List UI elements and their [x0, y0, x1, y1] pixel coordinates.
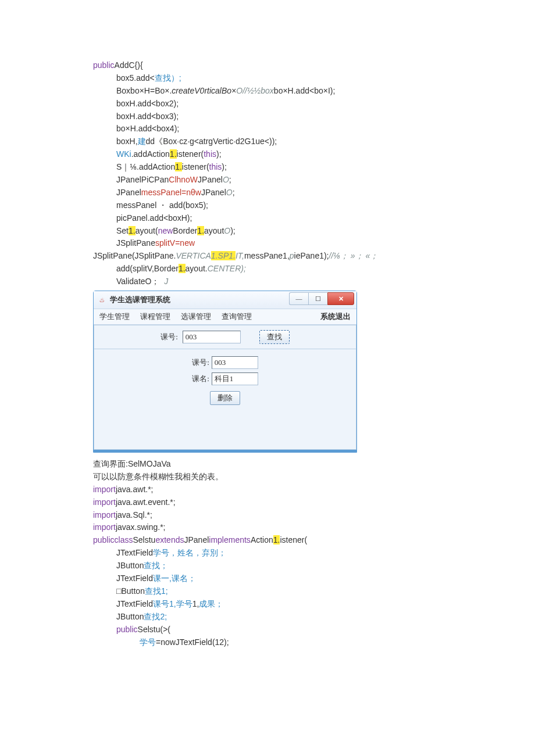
code-line: importjava.awt.*;	[93, 484, 442, 495]
code-line: JSplitPane(JSplitPane.VERTICA1.SP1.IT,me…	[93, 250, 442, 261]
code-line: importjavax.swing.*;	[93, 522, 442, 533]
menu-query[interactable]: 查询管理	[222, 311, 252, 322]
code-line: JTextField课号1,学号1,成果；	[93, 599, 442, 610]
app-window: ♨ 学生选课管理系统 — ☐ ✕ 学生管理 课程管理 选课管理 查询管理 系统退…	[93, 291, 357, 453]
menu-exit[interactable]: 系统退出	[320, 311, 351, 322]
code-line: 可以以防意条件模糊性我相关的表。	[93, 471, 442, 482]
code-line: boxH.add<box3);	[93, 111, 442, 122]
minimize-button[interactable]: —	[289, 292, 308, 305]
code-line: publicSelstu(>(	[93, 624, 442, 635]
code-line: JTextField学号，姓名，弃別；	[93, 547, 442, 558]
code-line: bo×H.add<box4);	[93, 123, 442, 134]
course-id-input[interactable]: 003	[183, 331, 241, 343]
window-titlebar[interactable]: ♨ 学生选课管理系统 — ☐ ✕	[94, 291, 356, 309]
maximize-button[interactable]: ☐	[308, 292, 327, 305]
java-icon: ♨	[97, 295, 106, 304]
code-line: JTextField课一,课名；	[93, 573, 442, 584]
code-line: Set1.ayout(newBorder1.ayoutO);	[93, 225, 442, 237]
menu-student[interactable]: 学生管理	[99, 311, 130, 322]
code-line: box5.add<查找）;	[93, 73, 442, 84]
result-course-name-label: 课名:	[192, 374, 209, 384]
close-button[interactable]: ✕	[327, 292, 354, 305]
result-panel: 课号: 003 课名: 科目1 删除	[94, 349, 356, 450]
result-course-id-label: 课号:	[192, 357, 209, 368]
code-line: publicAddC{){	[93, 60, 442, 71]
result-course-name-input[interactable]: 科目1	[212, 372, 258, 385]
code-line: boxH.add<box2);	[93, 98, 442, 109]
code-line: ValidateO； J	[93, 276, 442, 287]
code-line: importjava.awt.event.*;	[93, 497, 442, 508]
code-line: JPanelmessPanel=nθwJPanelO;	[93, 187, 442, 198]
code-line: □Button查找1;	[93, 586, 442, 597]
code-line: messPanel ・ add(box5);	[93, 200, 442, 211]
code-line: Boxbo×H=Bo×.createV0rticalBo×O//½½boxbo×…	[93, 85, 442, 96]
code-line: boxH,建dd《Box·cz·g<atrgVertic·d2G1ue<));	[93, 136, 442, 147]
code-line: JPanelPiCPanClhnoWJPanelO;	[93, 174, 442, 185]
code-line: S｜⅛.addAction1.istener(this);	[93, 162, 442, 173]
search-panel: 课号: 003 查找	[94, 325, 356, 349]
delete-button[interactable]: 删除	[210, 391, 240, 405]
course-id-label: 课号:	[160, 332, 178, 342]
code-line: picPanel.add<boxH);	[93, 213, 442, 224]
code-line: JSplitPanesplitV=new	[93, 238, 442, 249]
code-line: add(splitV,Border1.ayout.CENTER);	[93, 263, 442, 274]
code-line: 查询界面:SelMOJaVa	[93, 458, 442, 470]
code-line: JButton查找；	[93, 560, 442, 571]
code-line: WKi.addAction1.istener(this);	[93, 149, 442, 160]
menu-select[interactable]: 选课管理	[181, 311, 211, 322]
menu-bar: 学生管理 课程管理 选课管理 查询管理 系统退出	[94, 309, 356, 325]
code-line: publicclassSelstuextendsJPanelimplements…	[93, 535, 442, 546]
result-course-id-input[interactable]: 003	[212, 356, 258, 369]
menu-course[interactable]: 课程管理	[140, 311, 170, 322]
search-button[interactable]: 查找	[259, 330, 290, 344]
code-line: 学号=nowJTextField(12);	[93, 637, 442, 648]
code-line: JButton查找2;	[93, 611, 442, 622]
code-line: importjava.Sql.*;	[93, 510, 442, 521]
window-title: 学生选课管理系统	[110, 295, 170, 305]
